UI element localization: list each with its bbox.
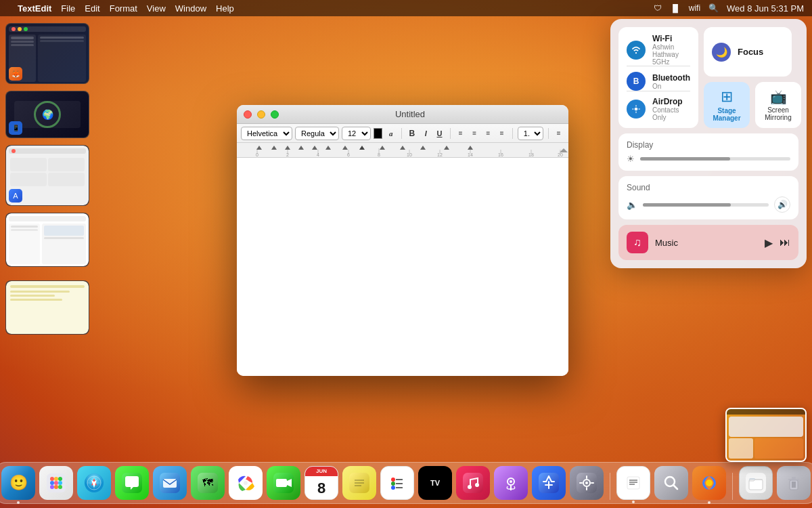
sound-settings-icon[interactable]: 🔊 <box>774 196 790 213</box>
dock-item-music[interactable] <box>456 466 490 500</box>
menu-edit[interactable]: Edit <box>85 3 99 14</box>
dock-item-spotlight[interactable] <box>654 466 688 500</box>
menubar-battery[interactable]: ▐▌ <box>670 4 681 12</box>
dock-item-maps[interactable]: 🗺 <box>191 466 225 500</box>
svg-rect-56 <box>163 479 177 488</box>
app-name[interactable]: TextEdit <box>18 3 51 14</box>
bold-button[interactable]: B <box>407 127 418 140</box>
svg-text:16: 16 <box>498 152 503 157</box>
align-center-btn[interactable]: ≡ <box>469 127 480 140</box>
cc-bluetooth-item[interactable]: B Bluetooth On <box>627 72 690 91</box>
dock-item-textedit[interactable] <box>616 466 650 500</box>
svg-rect-91 <box>586 487 587 490</box>
sidebar-thumb-5[interactable] <box>5 280 89 335</box>
sidebar-thumb-3[interactable]: A <box>5 145 89 206</box>
svg-rect-64 <box>276 479 287 487</box>
dock-item-trash[interactable] <box>777 466 811 500</box>
dock-item-safari[interactable] <box>77 466 111 500</box>
menubar-datetime[interactable]: Wed 8 Jun 5:31 PM <box>727 3 804 14</box>
text-style-italic-btn[interactable]: a <box>385 127 396 140</box>
toolbar-divider-3 <box>512 128 513 139</box>
dock-item-appletv[interactable]: TV <box>418 466 452 500</box>
sidebar-thumb-4[interactable] <box>5 213 89 267</box>
play-pause-button[interactable]: ▶ <box>765 236 773 249</box>
svg-text:2: 2 <box>286 152 289 157</box>
textedit-window: Untitled Helvetica Regular 12 a B I U ≡ … <box>237 105 568 376</box>
minimize-button[interactable] <box>257 110 265 119</box>
menu-view[interactable]: View <box>147 3 166 14</box>
svg-marker-30 <box>380 146 385 150</box>
dock-item-podcasts[interactable] <box>494 466 528 500</box>
bluetooth-sublabel: On <box>652 83 690 90</box>
svg-marker-32 <box>420 146 426 150</box>
maximize-button[interactable] <box>271 110 279 119</box>
cc-focus-card[interactable]: 🌙 Focus <box>704 27 792 77</box>
menubar-wifi-icon[interactable]: wifi <box>689 3 700 13</box>
menu-window[interactable]: Window <box>175 3 206 14</box>
cc-airdrop-item[interactable]: AirDrop Contacts Only <box>627 97 690 121</box>
screenshot-thumbnail[interactable] <box>725 408 807 462</box>
menu-format[interactable]: Format <box>110 3 137 14</box>
menubar-search-icon[interactable]: 🔍 <box>708 3 719 13</box>
bluetooth-icon: B <box>627 72 646 91</box>
cc-stage-manager-card[interactable]: ⊞ StageManager <box>704 82 750 128</box>
sidebar-thumb-2[interactable]: 🌍 📱 <box>5 91 89 138</box>
brightness-low-icon: ☀ <box>627 154 635 164</box>
menu-file[interactable]: File <box>61 3 75 14</box>
dock-item-launchpad[interactable] <box>39 466 73 500</box>
font-family-select[interactable]: Helvetica <box>241 127 292 140</box>
focus-label: Focus <box>738 47 763 57</box>
dock-item-firefox[interactable] <box>692 466 726 500</box>
text-color-swatch[interactable] <box>374 128 382 139</box>
brightness-slider[interactable] <box>640 157 790 161</box>
fast-forward-button[interactable]: ⏭ <box>780 236 790 249</box>
textedit-content[interactable] <box>237 158 568 376</box>
dock-item-system-preferences[interactable] <box>570 466 604 500</box>
svg-point-45 <box>50 485 54 489</box>
toolbar-divider-2 <box>450 128 451 139</box>
svg-marker-35 <box>560 148 568 152</box>
line-spacing-select[interactable]: 1.0 <box>518 127 543 140</box>
svg-text:8: 8 <box>378 152 380 157</box>
list-btn[interactable]: ≡ <box>554 127 564 140</box>
font-style-select[interactable]: Regular <box>295 127 339 140</box>
menubar-shield-icon[interactable]: 🛡 <box>654 3 662 13</box>
cc-display-card[interactable]: Display ☀ <box>618 133 798 171</box>
dock-dot-finder <box>17 501 20 504</box>
align-left-btn[interactable]: ≡ <box>455 127 466 140</box>
toolbar-divider-4 <box>548 128 549 139</box>
svg-point-37 <box>635 108 638 111</box>
cc-screen-mirroring-card[interactable]: 📺 ScreenMirroring <box>755 82 801 128</box>
volume-slider[interactable] <box>643 203 769 207</box>
underline-button[interactable]: U <box>434 127 445 140</box>
align-justify-btn[interactable]: ≡ <box>497 127 508 140</box>
dock-item-notes[interactable] <box>342 466 376 500</box>
italic-button[interactable]: I <box>420 127 431 140</box>
dock-item-reminders[interactable] <box>380 466 414 500</box>
svg-point-43 <box>54 481 58 485</box>
dock-item-calendar[interactable]: JUN 8 <box>304 466 338 500</box>
dock-item-appstore[interactable] <box>532 466 566 500</box>
cc-sound-card[interactable]: Sound 🔈 🔊 <box>618 176 798 219</box>
dock-item-messages[interactable] <box>115 466 149 500</box>
cc-wifi-item[interactable]: Wi-Fi Ashwin Hathway 5GHz <box>627 34 690 66</box>
svg-point-102 <box>706 480 713 486</box>
font-size-select[interactable]: 12 <box>342 127 371 140</box>
airdrop-sublabel: Contacts Only <box>652 106 690 121</box>
textedit-ruler: 0 2 4 6 8 10 12 14 16 18 20 <box>237 143 568 158</box>
dock-item-facetime[interactable] <box>267 466 300 500</box>
menu-help[interactable]: Help <box>216 3 234 14</box>
textedit-titlebar: Untitled <box>237 105 568 124</box>
svg-point-75 <box>391 486 395 490</box>
screen-mirroring-label: ScreenMirroring <box>765 106 791 121</box>
dock-item-finder[interactable]: 🙂 <box>1 466 35 500</box>
dock-dot-textedit <box>632 501 635 503</box>
dock-item-photos[interactable] <box>229 466 263 500</box>
cc-music-card[interactable]: ♫ Music ▶ ⏭ <box>618 225 798 260</box>
dock-item-files[interactable] <box>739 466 773 500</box>
svg-point-89 <box>585 482 588 484</box>
close-button[interactable] <box>244 110 252 119</box>
sidebar-thumb-1[interactable]: 🦊 <box>5 23 89 84</box>
align-right-btn[interactable]: ≡ <box>482 127 493 140</box>
dock-item-mail[interactable] <box>153 466 187 500</box>
